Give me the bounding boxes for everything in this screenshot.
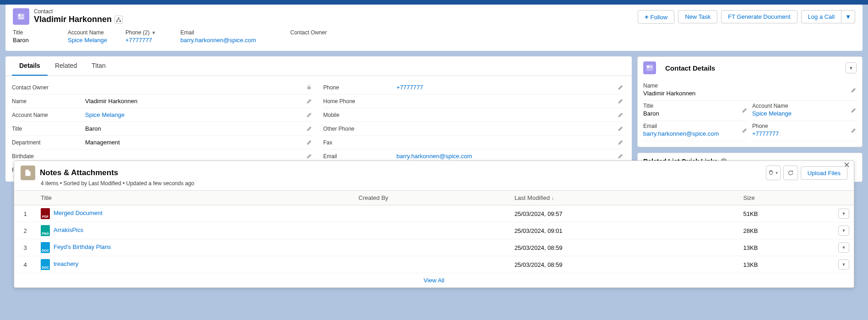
- pencil-icon[interactable]: [850, 127, 857, 134]
- hf-title-value: Baron: [13, 37, 49, 44]
- tab-details[interactable]: Details: [12, 56, 48, 76]
- row-menu-button[interactable]: ▼: [838, 226, 849, 236]
- svg-rect-3: [22, 16, 24, 16]
- contact-details-title: Contact Details: [665, 64, 715, 72]
- view-all-link[interactable]: View All: [423, 277, 444, 284]
- pencil-icon[interactable]: [306, 126, 312, 132]
- plus-icon: +: [645, 13, 648, 21]
- svg-rect-10: [647, 66, 649, 68]
- svg-rect-12: [650, 67, 652, 67]
- col-created-by[interactable]: Created By: [354, 191, 510, 205]
- pencil-icon[interactable]: [617, 84, 624, 91]
- svg-rect-1: [18, 14, 21, 17]
- pencil-icon[interactable]: [741, 107, 748, 114]
- d-email-link[interactable]: barry.harkonnen@spice.com: [396, 153, 625, 160]
- row-size: 51KB: [739, 205, 834, 222]
- col-last-modified[interactable]: Last Modified↓: [510, 191, 739, 205]
- notes-attachments-panel: ✕ Notes & Attachments ▼ Upload Files 4 i…: [14, 160, 854, 288]
- file-title-link[interactable]: Feyd's Birthday Plans: [54, 243, 111, 250]
- svg-rect-5: [18, 18, 24, 19]
- follow-button[interactable]: +Follow: [638, 10, 674, 24]
- ft-generate-button[interactable]: FT Generate Document: [721, 10, 797, 23]
- cd-name-value: Vladimir Harkonnen: [643, 90, 857, 97]
- contact-icon: [13, 8, 29, 25]
- col-size[interactable]: Size: [739, 191, 834, 205]
- record-name: Vladimir Harkonnen: [34, 15, 112, 24]
- pencil-icon[interactable]: [850, 107, 857, 114]
- chevron-down-icon[interactable]: ▼: [152, 30, 156, 35]
- cd-account-link[interactable]: Spice Melange: [752, 110, 792, 117]
- pencil-icon[interactable]: [617, 98, 624, 105]
- cd-title-value: Baron: [643, 110, 748, 117]
- pencil-icon[interactable]: [617, 112, 624, 118]
- pencil-icon[interactable]: [306, 98, 312, 105]
- new-task-button[interactable]: New Task: [678, 10, 717, 23]
- file-type-icon: PDF: [41, 208, 50, 219]
- d-account-link[interactable]: Spice Melange: [85, 111, 314, 118]
- hf-phone-link[interactable]: +7777777: [125, 37, 162, 44]
- table-row: 2PNGArrakisPics25/03/2024, 09:0128KB▼: [14, 222, 854, 239]
- tab-related[interactable]: Related: [48, 56, 84, 76]
- row-created-by: [354, 256, 510, 273]
- d-name-value: Vladimir Harkonnen: [85, 98, 314, 105]
- row-menu-button[interactable]: ▼: [838, 209, 849, 219]
- file-title-link[interactable]: ArrakisPics: [54, 226, 83, 233]
- refresh-button[interactable]: [783, 166, 798, 180]
- contact-icon: [643, 61, 656, 74]
- cd-phone-link[interactable]: +7777777: [752, 130, 779, 137]
- row-size: 13KB: [739, 256, 834, 273]
- pencil-icon[interactable]: [617, 139, 624, 146]
- d-department-value: Management: [85, 139, 314, 146]
- pencil-icon[interactable]: [741, 127, 748, 134]
- upload-files-button[interactable]: Upload Files: [801, 166, 847, 180]
- hf-account-link[interactable]: Spice Melange: [68, 37, 107, 44]
- hf-account-label: Account Name: [68, 29, 107, 36]
- file-title-link[interactable]: treachery: [54, 260, 78, 267]
- chevron-down-icon: ▼: [845, 13, 851, 20]
- pencil-icon[interactable]: [617, 153, 624, 160]
- row-menu-button[interactable]: ▼: [838, 259, 849, 270]
- tab-titan[interactable]: Titan: [84, 56, 113, 76]
- d-birthdate-label: Birthdate: [12, 153, 85, 160]
- row-size: 28KB: [739, 222, 834, 239]
- d-contact-owner-label: Contact Owner: [12, 84, 85, 91]
- d-phone-link[interactable]: +7777777: [396, 84, 625, 91]
- col-title[interactable]: Title: [36, 191, 354, 205]
- row-last-modified: 25/03/2024, 09:01: [510, 222, 739, 239]
- row-created-by: [354, 239, 510, 256]
- table-row: 3DOCFeyd's Birthday Plans25/03/2024, 08:…: [14, 239, 854, 256]
- log-a-call-button[interactable]: Log a Call: [801, 10, 842, 23]
- row-last-modified: 25/03/2024, 08:59: [510, 239, 739, 256]
- hierarchy-icon[interactable]: [114, 16, 123, 24]
- pencil-icon[interactable]: [850, 87, 857, 94]
- d-fax-label: Fax: [323, 139, 396, 146]
- cd-email-link[interactable]: barry.harkonnen@spice.com: [643, 130, 719, 137]
- hf-owner-label: Contact Owner: [290, 29, 345, 36]
- file-title-link[interactable]: Merged Document: [54, 210, 103, 216]
- file-type-icon: DOC: [41, 259, 50, 270]
- svg-rect-7: [116, 21, 118, 22]
- row-created-by: [354, 205, 510, 222]
- settings-button[interactable]: ▼: [766, 166, 781, 180]
- pencil-icon[interactable]: [306, 112, 312, 118]
- d-email-label: Email: [323, 153, 396, 160]
- row-menu-button[interactable]: ▼: [838, 243, 849, 253]
- hf-email-link[interactable]: barry.harkonnen@spice.com: [180, 37, 272, 44]
- pencil-icon[interactable]: [617, 126, 624, 132]
- sort-down-icon: ↓: [552, 195, 554, 201]
- cd-email-label: Email: [643, 123, 748, 129]
- more-actions-button[interactable]: ▼: [841, 10, 855, 23]
- cd-name-label: Name: [643, 83, 857, 89]
- lock-icon: [306, 84, 312, 91]
- pencil-icon[interactable]: [306, 153, 312, 160]
- pencil-icon[interactable]: [306, 139, 312, 146]
- cd-phone-label: Phone: [752, 123, 857, 129]
- hf-email-label: Email: [180, 29, 272, 36]
- d-account-label: Account Name: [12, 112, 85, 118]
- row-last-modified: 25/03/2024, 08:59: [510, 256, 739, 273]
- row-last-modified: 25/03/2024, 09:57: [510, 205, 739, 222]
- hf-phone-label: Phone (2): [125, 29, 150, 36]
- panel-menu-button[interactable]: ▼: [846, 62, 857, 73]
- file-type-icon: PNG: [41, 225, 50, 236]
- object-label: Contact: [34, 8, 123, 15]
